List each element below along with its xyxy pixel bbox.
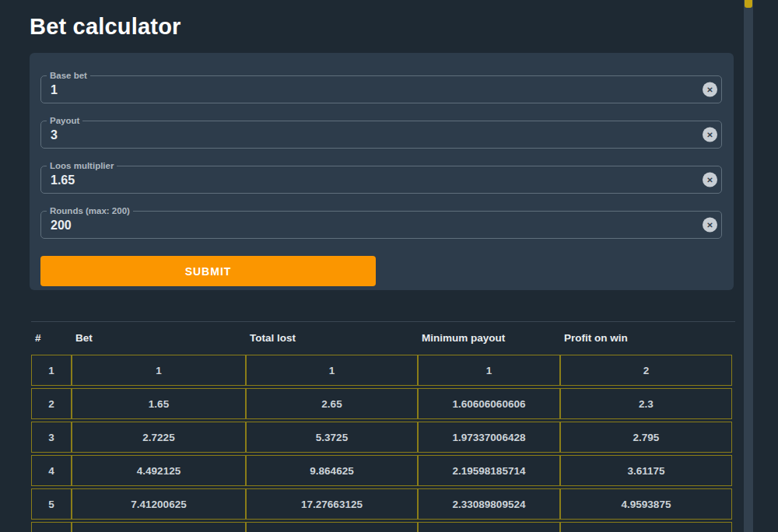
scrollbar-track[interactable]	[744, 0, 753, 532]
table-cell: 2	[560, 355, 732, 386]
table-cell: 3.61175	[560, 455, 732, 486]
field-label: Base bet	[47, 70, 90, 81]
table-row: 44.4921259.8646252.195981857143.61175	[31, 455, 732, 486]
scrollbar-thumb[interactable]	[745, 0, 752, 8]
table-cell: 2.19598185714	[418, 455, 560, 486]
results-table: 1111221.652.651.606060606062.332.72255.3…	[31, 352, 732, 532]
field-label: Loos multiplier	[47, 160, 117, 171]
field-label: Rounds (max: 200)	[47, 205, 133, 216]
table-cell	[246, 522, 418, 532]
submit-button[interactable]: SUBMIT	[40, 256, 376, 286]
table-cell: 2.7225	[72, 422, 246, 453]
form-fields: Base bet✕Payout✕Loos multiplier✕Rounds (…	[40, 75, 722, 239]
field-input[interactable]	[41, 166, 721, 193]
calculator-form-panel: Base bet✕Payout✕Loos multiplier✕Rounds (…	[30, 53, 734, 290]
table-cell: 1	[418, 355, 560, 386]
table-body: 1111221.652.651.606060606062.332.72255.3…	[31, 355, 732, 532]
table-cell: 2	[31, 388, 72, 419]
page-title: Bet calculator	[30, 14, 181, 40]
field-input[interactable]	[41, 121, 721, 148]
x-circle-icon[interactable]: ✕	[703, 218, 717, 233]
field-input[interactable]	[41, 212, 721, 238]
table-cell: 1.97337006428	[418, 422, 560, 453]
table-row: 57.4120062517.276631252.330898095244.959…	[31, 488, 732, 520]
table-cell	[560, 522, 732, 532]
table-cell	[72, 522, 246, 532]
column-header: Total lost	[246, 332, 418, 344]
table-cell: 2.3	[560, 388, 732, 419]
column-header: Minimum payout	[418, 332, 560, 344]
column-header: Bet	[72, 332, 246, 344]
table-cell: 17.27663125	[246, 488, 418, 520]
table-row: 11112	[31, 355, 732, 386]
table-cell: 1	[72, 355, 246, 386]
table-cell: 5.3725	[246, 422, 418, 453]
table-cell: 1	[246, 355, 418, 386]
input-field: Base bet✕	[40, 75, 722, 103]
table-header-row: #BetTotal lostMinimum payoutProfit on wi…	[31, 321, 735, 354]
table-cell: 4.492125	[72, 455, 246, 486]
input-field: Loos multiplier✕	[40, 166, 722, 194]
table-cell: 2.795	[560, 422, 732, 453]
input-field: Rounds (max: 200)✕	[40, 211, 722, 239]
bet-calculator-page: Bet calculator Base bet✕Payout✕Loos mult…	[0, 0, 778, 532]
table-cell: 9.864625	[246, 455, 418, 486]
table-cell: 4	[31, 455, 72, 486]
table-cell: 1.65	[72, 388, 246, 419]
table-row: 21.652.651.606060606062.3	[31, 388, 732, 419]
x-circle-icon[interactable]: ✕	[703, 128, 717, 142]
table-cell: 7.41200625	[72, 488, 246, 520]
table-cell: 2.33089809524	[418, 488, 560, 520]
table-cell: 3	[31, 422, 72, 453]
table-cell	[31, 522, 72, 532]
table-cell: 1	[31, 355, 72, 386]
table-row: 32.72255.37251.973370064282.795	[31, 422, 732, 453]
x-circle-icon[interactable]: ✕	[703, 173, 717, 187]
table-row	[31, 522, 732, 532]
column-header: Profit on win	[560, 332, 732, 344]
table-cell: 4.9593875	[560, 488, 732, 520]
column-header: #	[31, 332, 72, 344]
table-cell: 2.65	[246, 388, 418, 419]
x-circle-icon[interactable]: ✕	[703, 82, 717, 97]
table-cell	[418, 522, 560, 532]
table-cell: 1.60606060606	[418, 388, 560, 419]
input-field: Payout✕	[40, 121, 722, 149]
table-cell: 5	[31, 488, 72, 520]
field-input[interactable]	[41, 76, 721, 103]
field-label: Payout	[47, 115, 82, 126]
